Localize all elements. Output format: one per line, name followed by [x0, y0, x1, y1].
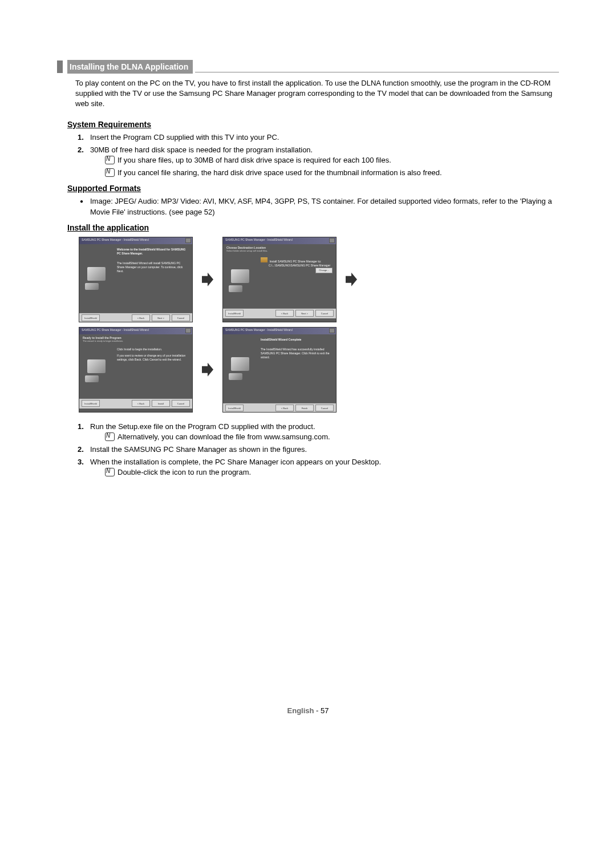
list-item: Insert the Program CD supplied with this…	[78, 132, 559, 143]
close-icon	[185, 238, 191, 243]
install-header: Install the application	[67, 223, 559, 232]
change-button: Change...	[315, 268, 333, 273]
section-title: Installing the DLNA Application	[67, 60, 193, 74]
installer-step3: SAMSUNG PC Share Manager - InstallShield…	[79, 327, 193, 413]
computer-icon	[85, 359, 108, 382]
installer-button: InstallShield	[225, 310, 244, 317]
note-icon: N	[106, 155, 110, 163]
back-button: < Back	[132, 400, 150, 407]
installer-button: InstallShield	[82, 314, 100, 321]
installer-button: InstallShield	[82, 400, 100, 407]
list-item: 30MB of free hard disk space is needed f…	[78, 145, 559, 179]
install-instructions: Run the Setup.exe file on the Program CD…	[78, 422, 559, 478]
figure-row: SAMSUNG PC Share Manager - InstallShield…	[79, 327, 559, 413]
close-icon	[185, 328, 191, 333]
note-text: If you cancel file sharing, the hard dis…	[117, 168, 442, 177]
list-item-text: 30MB of free hard disk space is needed f…	[90, 145, 313, 154]
sysreq-list: Insert the Program CD supplied with this…	[78, 132, 559, 179]
computer-icon	[229, 357, 252, 380]
note-icon: N	[106, 467, 110, 475]
list-item: When the installation is complete, the P…	[78, 457, 559, 478]
note-item: N If you cancel file sharing, the hard d…	[105, 168, 559, 178]
figure-row: SAMSUNG PC Share Manager - InstallShield…	[79, 237, 559, 322]
header-bar	[57, 60, 63, 73]
note-icon: N	[106, 432, 110, 440]
next-button: Next >	[295, 310, 314, 317]
back-button: < Back	[132, 314, 150, 321]
installer-titlebar: SAMSUNG PC Share Manager - InstallShield…	[79, 237, 192, 244]
installer-titlebar: SAMSUNG PC Share Manager - InstallShield…	[223, 328, 336, 334]
install-button: Install	[152, 400, 170, 407]
arrow-icon	[202, 363, 213, 377]
note-text: Alternatively, you can download the file…	[117, 432, 330, 441]
close-icon	[329, 328, 335, 333]
back-button: < Back	[275, 310, 294, 317]
installer-step1: SAMSUNG PC Share Manager - InstallShield…	[79, 237, 193, 322]
computer-icon	[229, 269, 252, 292]
next-button: Next >	[152, 314, 170, 321]
note-item: N Alternatively, you can download the fi…	[105, 432, 559, 442]
finish-button: Finish	[295, 405, 314, 411]
note-icon: N	[106, 168, 110, 176]
footer-page: 57	[321, 706, 329, 715]
note-text: If you share files, up to 30MB of hard d…	[117, 156, 391, 164]
note-item: N If you share files, up to 30MB of hard…	[105, 155, 559, 165]
note-text: Double-click the icon to run the program…	[117, 468, 251, 476]
installer-button: InstallShield	[225, 405, 244, 411]
computer-icon	[85, 267, 108, 290]
sysreq-header: System Requirements	[67, 120, 559, 129]
list-item: Run the Setup.exe file on the Program CD…	[78, 422, 559, 442]
list-item-text: Run the Setup.exe file on the Program CD…	[90, 422, 315, 431]
page-footer: English - 57	[57, 706, 559, 715]
cancel-button: Cancel	[172, 400, 190, 407]
installer-step2: SAMSUNG PC Share Manager - InstallShield…	[222, 237, 337, 322]
intro-text: To play content on the PC on the TV, you…	[75, 78, 559, 110]
cancel-button: Cancel	[315, 405, 334, 411]
list-item: Image: JPEG/ Audio: MP3/ Video: AVI, MKV…	[78, 196, 559, 217]
cancel-button: Cancel	[315, 310, 334, 317]
installer-titlebar: SAMSUNG PC Share Manager - InstallShield…	[79, 328, 192, 334]
formats-list: Image: JPEG/ Audio: MP3/ Video: AVI, MKV…	[78, 196, 559, 217]
back-button: < Back	[275, 405, 294, 411]
footer-lang: English -	[287, 706, 321, 715]
header-line	[195, 72, 559, 72]
installer-figures: SAMSUNG PC Share Manager - InstallShield…	[79, 237, 559, 413]
list-item-text: When the installation is complete, the P…	[90, 458, 381, 466]
cancel-button: Cancel	[172, 314, 190, 321]
section-header: Installing the DLNA Application	[57, 60, 559, 74]
arrow-icon	[202, 273, 213, 286]
folder-icon	[261, 257, 268, 262]
arrow-icon	[346, 273, 357, 286]
note-item: N Double-click the icon to run the progr…	[105, 467, 559, 478]
list-item: Install the SAMSUNG PC Share Manager as …	[78, 444, 559, 455]
installer-titlebar: SAMSUNG PC Share Manager - InstallShield…	[223, 237, 336, 244]
close-icon	[329, 238, 335, 243]
formats-header: Supported Formats	[67, 184, 559, 193]
installer-step4: SAMSUNG PC Share Manager - InstallShield…	[222, 327, 337, 413]
